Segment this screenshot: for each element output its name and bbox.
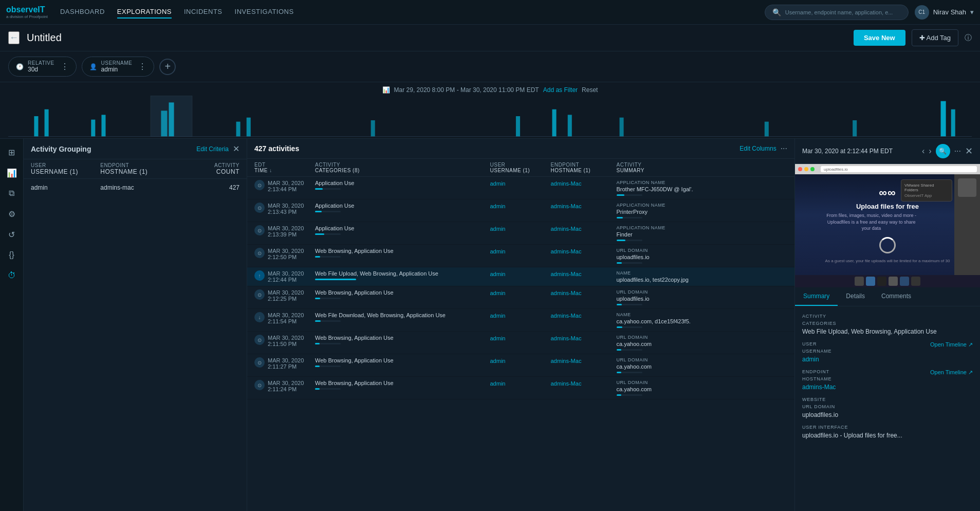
table-row[interactable]: ⊙ MAR 30, 20202:13:44 PM Application Use…: [247, 177, 794, 199]
browser-close-dot: [798, 167, 802, 171]
open-timeline-endpoint[interactable]: Open Timeline ↗: [930, 369, 973, 376]
chart-reset-link[interactable]: Reset: [582, 86, 598, 94]
row-user[interactable]: admin: [490, 380, 547, 396]
sidebar-chart-icon[interactable]: 📊: [3, 163, 21, 182]
filter-dots-icon: ⋮: [61, 62, 69, 71]
sidebar-gear-icon[interactable]: ⚙: [3, 205, 21, 223]
mac-dock: [795, 275, 980, 287]
detail-panel: Mar 30, 2020 at 2:12:44 PM EDT ‹ › 🔍 ···…: [795, 139, 980, 511]
row-user[interactable]: admin: [490, 335, 547, 351]
left-sidebar: ⊞ 📊 ⧉ ⚙ ↺ {} ⏱: [0, 139, 24, 511]
endpoint-section: ENDPOINT Hostname admins-Mac: [802, 369, 926, 391]
screenshot-area: uploadfiles.io ∞∞ Upload files for free …: [795, 164, 980, 287]
col-endpoint: ENDPOINT Hostname (1): [100, 162, 170, 175]
row-summary: URL DOMAIN ca.yahoo.com: [617, 380, 788, 396]
user-detail-link[interactable]: admin: [802, 356, 819, 363]
main-area: ⊞ 📊 ⧉ ⚙ ↺ {} ⏱ Activity Grouping Edit Cr…: [0, 139, 980, 511]
detail-prev-button[interactable]: ‹: [922, 147, 924, 156]
info-button[interactable]: ⓘ: [965, 33, 972, 43]
vmware-overlay: VMware Shared Folders ObserveIT App: [901, 179, 952, 202]
detail-close-button[interactable]: ✕: [965, 145, 973, 157]
table-row[interactable]: ↑ MAR 30, 20202:12:44 PM Web File Upload…: [247, 267, 794, 286]
nav-investigations[interactable]: INVESTIGATIONS: [235, 6, 294, 19]
dock-icon: [855, 277, 864, 286]
row-user[interactable]: admin: [490, 180, 547, 196]
add-tag-button[interactable]: ✚ Add Tag: [912, 29, 958, 46]
row-endpoint[interactable]: admins-Mac: [551, 289, 613, 305]
sidebar-braces-icon[interactable]: {}: [3, 246, 21, 264]
detail-header: Mar 30, 2020 at 2:12:44 PM EDT ‹ › 🔍 ···…: [795, 139, 980, 164]
add-filter-button[interactable]: +: [159, 59, 176, 75]
sidebar-clock-icon[interactable]: ⏱: [3, 266, 21, 285]
table-row[interactable]: ⊙ MAR 30, 20202:11:50 PM Web Browsing, A…: [247, 332, 794, 354]
app-logo: observeIT a division of Proofpoint: [6, 5, 48, 19]
back-button[interactable]: ←: [8, 31, 20, 44]
activities-more-button[interactable]: ···: [781, 144, 787, 153]
row-endpoint[interactable]: admins-Mac: [551, 380, 613, 396]
sidebar-grid-icon[interactable]: ⊞: [3, 143, 21, 161]
row-user[interactable]: admin: [490, 203, 547, 218]
detail-next-button[interactable]: ›: [929, 147, 931, 156]
open-timeline-endpoint-link[interactable]: Open Timeline ↗: [930, 369, 973, 376]
tab-details[interactable]: Details: [838, 287, 873, 306]
sidebar-layers-icon[interactable]: ⧉: [3, 184, 21, 203]
open-timeline-user[interactable]: Open Timeline ↗: [930, 341, 973, 348]
edit-criteria-link[interactable]: Edit Criteria: [196, 145, 229, 153]
row-user[interactable]: admin: [490, 270, 547, 283]
row-user[interactable]: admin: [490, 357, 547, 373]
row-user[interactable]: admin: [490, 225, 547, 241]
svg-rect-2: [91, 120, 95, 137]
activity-icon: ↑: [254, 270, 265, 281]
row-endpoint[interactable]: admins-Mac: [551, 335, 613, 351]
edit-columns-link[interactable]: Edit Columns: [739, 145, 776, 152]
row-user[interactable]: admin: [490, 289, 547, 305]
endpoint-detail-link[interactable]: admins-Mac: [802, 384, 836, 391]
sidebar-refresh-icon[interactable]: ↺: [3, 225, 21, 244]
row-endpoint[interactable]: admins-Mac: [551, 180, 613, 196]
user-info[interactable]: C1 Nirav Shah ▾: [915, 5, 974, 20]
svg-rect-0: [34, 116, 38, 137]
tab-summary[interactable]: Summary: [795, 287, 838, 306]
row-endpoint[interactable]: admins-Mac: [551, 312, 613, 328]
browser-url-bar: uploadfiles.io: [821, 166, 977, 172]
nav-incidents[interactable]: INCIDENTS: [184, 6, 223, 19]
row-endpoint[interactable]: admins-Mac: [551, 270, 613, 283]
table-row[interactable]: ⊙ MAR 30, 20202:12:25 PM Web Browsing, A…: [247, 286, 794, 309]
add-as-filter-link[interactable]: Add as Filter: [543, 86, 578, 94]
row-endpoint[interactable]: admins-Mac: [551, 203, 613, 218]
row-user[interactable]: admin: [490, 248, 547, 264]
table-row[interactable]: ⊙ MAR 30, 20202:12:50 PM Web Browsing, A…: [247, 245, 794, 267]
row-time: ⊙ MAR 30, 20202:13:39 PM: [254, 225, 311, 241]
row-user[interactable]: admin: [490, 312, 547, 328]
open-timeline-user-link[interactable]: Open Timeline ↗: [930, 341, 973, 348]
row-summary: NAME ca.yahoo.com, d1ce15f423f5.: [617, 312, 788, 328]
table-row[interactable]: ⊙ MAR 30, 20202:11:27 PM Web Browsing, A…: [247, 354, 794, 377]
table-row[interactable]: ⊙ MAR 30, 20202:11:24 PM Web Browsing, A…: [247, 377, 794, 399]
chart-icon: 📊: [382, 86, 390, 94]
row-endpoint[interactable]: admins-Mac: [551, 225, 613, 241]
global-search[interactable]: 🔍 Username, endpoint name, application, …: [765, 5, 909, 20]
dock-icon: [877, 277, 886, 286]
table-row[interactable]: ⊙ MAR 30, 20202:13:39 PM Application Use…: [247, 222, 794, 245]
save-new-button[interactable]: Save New: [854, 30, 905, 46]
grouping-row[interactable]: admin admins-mac 427: [24, 179, 247, 196]
relative-filter[interactable]: 🕐 RELATIVE 30d ⋮: [8, 57, 77, 77]
grouping-close-button[interactable]: ✕: [233, 144, 239, 154]
activity-icon: ↓: [254, 312, 265, 322]
table-row[interactable]: ↓ MAR 30, 20202:11:54 PM Web File Downlo…: [247, 309, 794, 332]
detail-more-button[interactable]: ···: [954, 147, 961, 156]
row-endpoint[interactable]: admins-Mac: [551, 357, 613, 373]
detail-search-button[interactable]: 🔍: [936, 144, 950, 158]
nav-dashboard[interactable]: DASHBOARD: [60, 6, 105, 19]
row-type: Application Use: [315, 225, 486, 241]
row-endpoint[interactable]: admins-Mac: [551, 248, 613, 264]
screenshot-browser: uploadfiles.io ∞∞ Upload files for free …: [795, 164, 980, 287]
username-filter[interactable]: 👤 USERNAME admin ⋮: [82, 57, 155, 77]
svg-rect-10: [516, 116, 520, 137]
nav-explorations[interactable]: EXPLORATIONS: [117, 6, 172, 19]
browser-max-dot: [810, 167, 815, 171]
row-type: Web Browsing, Application Use: [315, 380, 486, 396]
tab-comments[interactable]: Comments: [873, 287, 919, 306]
svg-rect-3: [101, 115, 105, 137]
table-row[interactable]: ⊙ MAR 30, 20202:13:43 PM Application Use…: [247, 199, 794, 222]
